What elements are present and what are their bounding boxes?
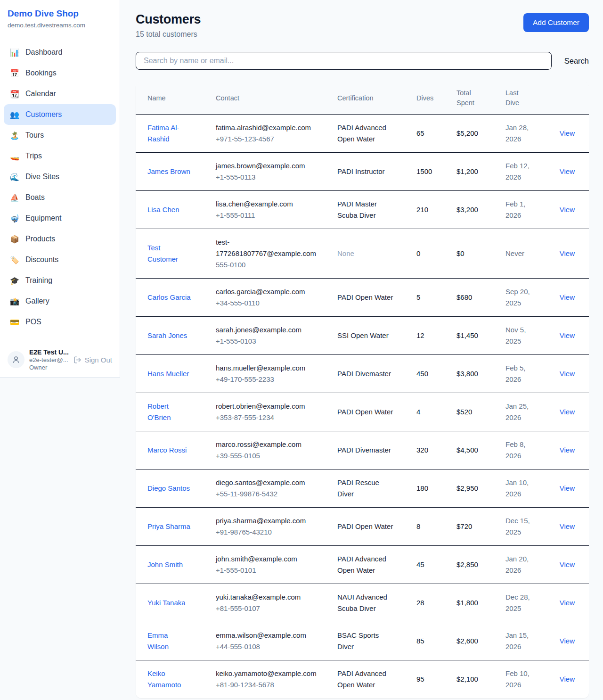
view-customer-link[interactable]: View (560, 408, 575, 416)
customer-certification: PADI Advanced Open Water (337, 668, 395, 691)
customer-name-link[interactable]: John Smith (147, 559, 183, 570)
column-header-total-spent: Total Spent (449, 82, 498, 115)
dashboard-icon: 📊 (10, 48, 19, 57)
customer-total-spent: $1,200 (449, 153, 498, 191)
customer-certification: PADI Advanced Open Water (337, 553, 395, 576)
user-role: Owner (29, 364, 69, 371)
view-customer-link[interactable]: View (560, 637, 575, 645)
sidebar-item-discounts[interactable]: 🏷️ Discounts (4, 249, 116, 270)
customer-email: lisa.chen@example.com (216, 198, 317, 210)
column-header-name: Name (136, 82, 208, 115)
customer-total-spent: $3,800 (449, 355, 498, 393)
customer-last-dive: Dec 15, 2025 (505, 515, 533, 538)
customer-name-link[interactable]: Diego Santos (147, 483, 190, 494)
customer-total-spent: $2,950 (449, 469, 498, 508)
sidebar-item-products[interactable]: 📦 Products (4, 229, 116, 249)
view-customer-link[interactable]: View (560, 675, 575, 683)
discounts-icon: 🏷️ (10, 255, 19, 264)
user-email: e2e-tester@... (29, 356, 69, 363)
view-customer-link[interactable]: View (560, 446, 575, 454)
sidebar-item-calendar[interactable]: 📆 Calendar (4, 83, 116, 104)
customer-total-spent: $4,500 (449, 431, 498, 469)
customers-icon: 👥 (10, 110, 19, 119)
customer-name-link[interactable]: Carlos Garcia (147, 292, 191, 303)
view-customer-link[interactable]: View (560, 522, 575, 530)
add-customer-button[interactable]: Add Customer (523, 13, 589, 32)
sidebar-item-equipment[interactable]: 🤿 Equipment (4, 208, 116, 229)
customer-name-link[interactable]: Keiko Yamamoto (147, 668, 191, 691)
view-customer-link[interactable]: View (560, 599, 575, 607)
customer-total-spent: $0 (449, 229, 498, 279)
customer-total-spent: $1,450 (449, 317, 498, 355)
sidebar-item-dashboard[interactable]: 📊 Dashboard (4, 42, 116, 63)
customer-dives: 210 (409, 191, 449, 229)
sidebar-item-customers[interactable]: 👥 Customers (4, 104, 116, 125)
column-header-dives: Dives (409, 82, 449, 115)
customer-total-spent: $520 (449, 393, 498, 431)
view-customer-link[interactable]: View (560, 206, 575, 214)
sidebar-user-footer: E2E Test U... e2e-tester@... Owner Sign … (0, 342, 120, 377)
view-customer-link[interactable]: View (560, 370, 575, 378)
customer-dives: 95 (409, 660, 449, 699)
view-customer-link[interactable]: View (560, 560, 575, 568)
customer-name-link[interactable]: Hans Mueller (147, 368, 189, 379)
customer-last-dive: Jan 28, 2026 (505, 122, 533, 145)
view-customer-link[interactable]: View (560, 167, 575, 175)
customer-certification: SSI Open Water (337, 330, 389, 341)
view-customer-link[interactable]: View (560, 331, 575, 339)
sidebar-item-dive-sites[interactable]: 🌊 Dive Sites (4, 166, 116, 187)
customer-certification: PADI Divemaster (337, 445, 391, 456)
table-row: John Smith john.smith@example.com +1-555… (136, 546, 589, 584)
search-input[interactable] (136, 52, 552, 70)
shop-name: Demo Dive Shop (8, 8, 112, 19)
table-row: Yuki Tanaka yuki.tanaka@example.com +81-… (136, 584, 589, 622)
customer-name-link[interactable]: Priya Sharma (147, 521, 190, 532)
customer-email: sarah.jones@example.com (216, 324, 317, 336)
customer-certification: PADI Master Scuba Diver (337, 198, 395, 221)
customer-dives: 12 (409, 317, 449, 355)
customer-email: robert.obrien@example.com (216, 401, 317, 412)
customer-name-link[interactable]: Lisa Chen (147, 204, 179, 215)
column-header-actions (541, 82, 589, 115)
sidebar-item-boats[interactable]: ⛵ Boats (4, 187, 116, 208)
customer-dives: 85 (409, 622, 449, 660)
sidebar-item-pos[interactable]: 💳 POS (4, 312, 116, 332)
search-button[interactable]: Search (564, 57, 589, 66)
customer-name-link[interactable]: Robert O'Brien (147, 401, 191, 423)
customer-last-dive: Dec 28, 2025 (505, 592, 533, 614)
customer-name-link[interactable]: Fatima Al-Rashid (147, 122, 191, 145)
customer-dives: 1500 (409, 153, 449, 191)
table-row: Carlos Garcia carlos.garcia@example.com … (136, 279, 589, 317)
table-row: Priya Sharma priya.sharma@example.com +9… (136, 508, 589, 546)
sidebar-item-bookings[interactable]: 📅 Bookings (4, 63, 116, 83)
customer-dives: 4 (409, 393, 449, 431)
customer-name-link[interactable]: Marco Rossi (147, 445, 187, 456)
user-info: E2E Test U... e2e-tester@... Owner (29, 348, 69, 371)
customer-total-spent: $2,600 (449, 622, 498, 660)
customer-email: marco.rossi@example.com (216, 439, 317, 450)
calendar-icon: 📆 (10, 90, 19, 99)
view-customer-link[interactable]: View (560, 293, 575, 301)
customer-dives: 450 (409, 355, 449, 393)
customer-phone: +1-555-0113 (216, 172, 322, 183)
sidebar-item-trips[interactable]: 🚤 Trips (4, 146, 116, 166)
sidebar-item-tours[interactable]: 🏝️ Tours (4, 125, 116, 146)
customer-name-link[interactable]: James Brown (147, 166, 190, 177)
view-customer-link[interactable]: View (560, 484, 575, 492)
customer-name-link[interactable]: Yuki Tanaka (147, 597, 186, 609)
table-header: Name Contact Certification Dives Total S… (136, 82, 589, 115)
customer-phone: +971-55-123-4567 (216, 133, 322, 145)
customer-name-link[interactable]: Sarah Jones (147, 330, 187, 341)
customer-phone: +91-98765-43210 (216, 527, 322, 538)
view-customer-link[interactable]: View (560, 129, 575, 137)
pos-icon: 💳 (10, 318, 19, 327)
view-customer-link[interactable]: View (560, 249, 575, 257)
customer-last-dive: Jan 20, 2026 (505, 553, 533, 576)
sign-out-button[interactable]: Sign Out (73, 356, 112, 364)
table-row: Robert O'Brien robert.obrien@example.com… (136, 393, 589, 431)
customer-last-dive: Jan 10, 2026 (505, 477, 533, 500)
sidebar-item-training[interactable]: 🎓 Training (4, 270, 116, 291)
customer-name-link[interactable]: Emma Wilson (147, 630, 191, 652)
customer-name-link[interactable]: Test Customer (147, 242, 191, 265)
sidebar-item-gallery[interactable]: 📸 Gallery (4, 291, 116, 312)
